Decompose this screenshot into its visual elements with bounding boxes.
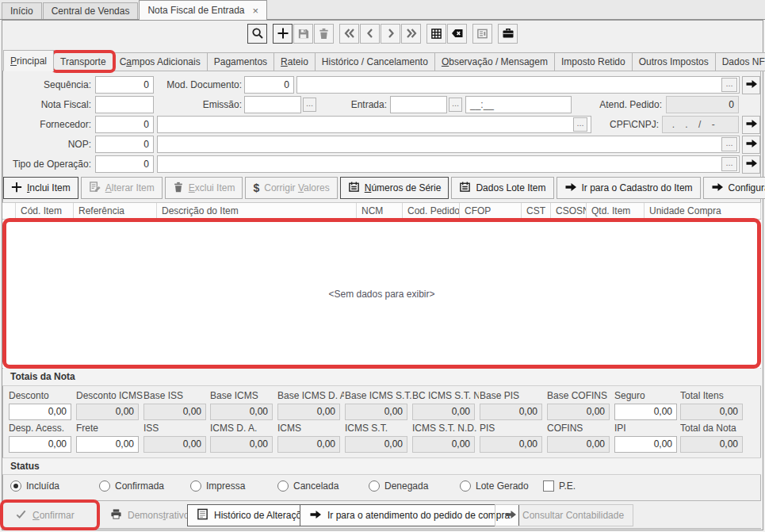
mod-documento-lookup-button[interactable]: ... [721,78,737,92]
status-radio-incluida[interactable]: Incluída [10,480,59,492]
grid-col-unidade-compra[interactable]: Unidade Compra [645,203,761,219]
delete-button[interactable] [314,24,334,44]
confirm-button[interactable]: Confirmar [6,504,94,526]
totals-field-desconto-icms: 0,00 [76,404,139,420]
consultar-contabilidade-button[interactable]: Consultar Contabilidade [495,504,633,526]
window-tab-nota-fiscal-entrada[interactable]: Nota Fiscal de Entrada × [139,0,267,20]
add-button[interactable] [273,24,293,44]
window-tab-central-de-vendas[interactable]: Central de Vendas [43,2,139,19]
totals-label: Base COFINS [547,390,614,401]
totals-field-ipi[interactable]: 0,00 [614,436,677,453]
ir-para-cadastro-item-button[interactable]: Ir para o Cadastro do Item [557,177,701,199]
status-radio-cancelada[interactable]: Cancelada [277,480,339,492]
search-button[interactable] [247,24,267,44]
window-tab-inicio[interactable]: Início [2,2,42,19]
totals-field-base-icms-st: 0,00 [345,404,407,420]
grid-col-descricao[interactable]: Descrição do Item [157,203,357,219]
ir-para-atendimento-pedido-button[interactable]: Ir para o atendimento do pedido de compr… [300,504,519,526]
grid-col-cod-pedido[interactable]: Cod. Pedido [403,203,460,219]
tab-outros-impostos[interactable]: Outros Impostos [632,52,716,71]
grid-col-cfop[interactable]: CFOP [460,203,522,219]
entrada-hora-field[interactable]: __:__ [465,96,572,113]
tab-transporte[interactable]: Transporte [53,52,113,71]
mod-documento-desc-field[interactable] [296,76,740,94]
totais-da-nota-header: Totais da Nota [2,369,761,386]
entrada-field[interactable] [390,96,447,113]
totals-field-seguro[interactable]: 0,00 [614,404,677,420]
status-radio-denegada[interactable]: Denegada [369,480,428,492]
tipo-operacao-desc-field[interactable] [157,155,740,173]
tab-historico-cancelamento[interactable]: Histórico / Cancelamento [315,52,435,71]
status-radio-lote-gerado[interactable]: Lote Gerado [460,480,529,492]
configuracoes-classe-fiscal-button[interactable]: Configurações da Classe Fiscal [703,177,765,199]
grid-col-ncm[interactable]: NCM [357,203,403,219]
sequencia-field[interactable]: 0 [95,76,154,94]
grid-col-qtd-item[interactable]: Qtd. Item [587,203,645,219]
tab-pagamentos[interactable]: Pagamentos [207,52,274,71]
window-tab-label: Nota Fiscal de Entrada [147,2,244,20]
status-radio-confirmada[interactable]: Confirmada [99,480,164,492]
atend-pedido-field: 0 [666,96,739,113]
tab-imposto-retido[interactable]: Imposto Retido [554,52,633,71]
totals-field-desp-acess[interactable]: 0,00 [9,436,71,453]
tab-observacao-mensagem[interactable]: Observação / Mensagem [434,52,555,71]
dados-lote-item-button[interactable]: Dados Lote Item [451,177,553,199]
grid-col-cod-item[interactable]: Cód. Item [16,203,74,219]
status-header: Status [2,457,761,475]
tab-dados-nfe[interactable]: Dados NFE [715,52,765,71]
status-radio-impressa[interactable]: Impressa [190,480,245,492]
corrigir-valores-button[interactable]: $ Corrigir Valores [245,177,337,199]
grid-col-cst[interactable]: CST [522,203,551,219]
goto-nop-button[interactable] [742,136,760,154]
emissao-field[interactable] [244,96,301,113]
clear-button[interactable] [447,24,467,44]
tab-rateio[interactable]: Rateio [273,52,316,71]
save-button[interactable] [293,24,313,44]
inclui-item-button[interactable]: Inclui Item [3,177,78,199]
grid-view-button[interactable] [426,24,446,44]
grid-col-referencia[interactable]: Referência [74,203,157,219]
list-pad-icon [459,181,471,195]
list-pad-icon [348,181,360,195]
totals-label: PIS [480,423,546,434]
goto-tipo-operacao-button[interactable] [742,155,760,174]
fornecedor-desc-field[interactable] [157,116,591,133]
plus-icon [11,182,22,195]
entrada-calendar-button[interactable]: ... [449,98,462,112]
last-record-button[interactable] [401,24,421,44]
grid-col-csosn[interactable]: CSOSN [551,203,587,219]
nota-fiscal-field[interactable] [95,96,154,113]
fornecedor-lookup-button[interactable]: ... [573,117,587,132]
first-record-button[interactable] [339,24,359,44]
report-button[interactable] [472,24,492,44]
numeros-de-serie-button[interactable]: Números de Série [340,177,449,199]
previous-record-button[interactable] [360,24,380,44]
item-grid[interactable]: <Sem dados para exibir> [2,220,761,368]
goto-documento-button[interactable] [742,76,760,94]
exclui-item-button[interactable]: Exclui Item [165,177,243,199]
close-icon[interactable]: × [253,6,259,16]
totals-label: Desconto [9,390,75,401]
alterar-item-button[interactable]: Alterar Item [81,177,163,199]
goto-fornecedor-button[interactable] [742,116,760,134]
totals-field-frete[interactable]: 0,00 [76,436,139,453]
radio-icon [460,480,471,492]
tipo-operacao-field[interactable]: 0 [95,155,154,173]
totals-field-desconto[interactable]: 0,00 [9,404,71,420]
totals-field-total-itens: 0,00 [680,404,743,420]
emissao-calendar-button[interactable]: ... [303,98,316,112]
pe-checkbox[interactable]: P.E. [543,480,576,492]
next-record-button[interactable] [381,24,400,44]
tab-principal[interactable]: Principal [3,50,54,71]
chevron-left-icon [364,27,377,40]
demonstrativo-button[interactable]: Demonstrativo [101,504,197,526]
tipo-operacao-lookup-button[interactable]: ... [721,157,737,171]
tab-campos-adicionais[interactable]: Campos Adicionais [113,52,208,71]
totals-label: Seguro [614,390,681,401]
nop-lookup-button[interactable]: ... [721,137,737,151]
nop-field[interactable]: 0 [95,136,154,153]
fornecedor-field[interactable]: 0 [95,116,154,133]
mod-documento-field[interactable]: 0 [244,76,294,94]
nop-desc-field[interactable] [157,136,740,153]
tools-button[interactable] [498,24,518,44]
